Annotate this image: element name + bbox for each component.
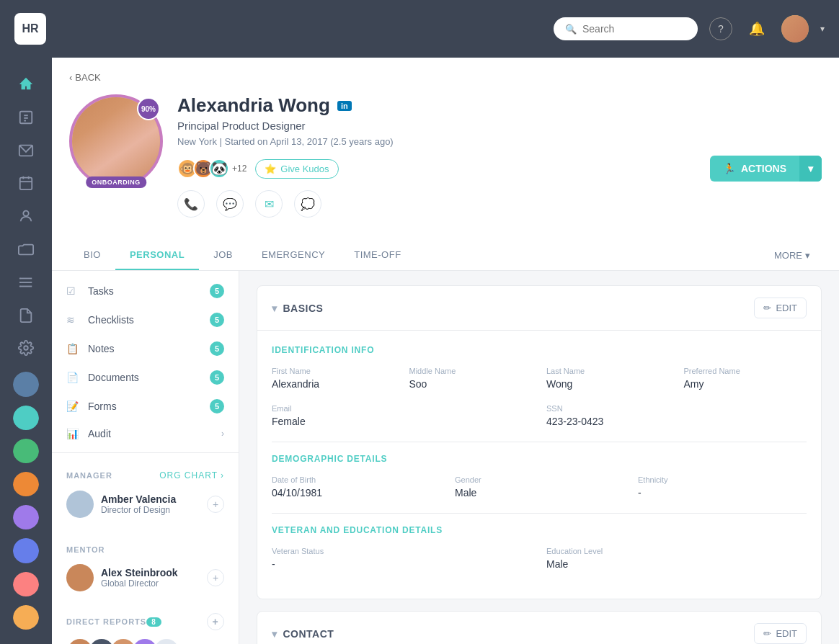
contact-section-header: ▾ CONTACT ✏ EDIT xyxy=(257,612,821,644)
tab-time-off[interactable]: TIME-OFF xyxy=(339,241,415,270)
email-icon[interactable]: ✉ xyxy=(255,190,283,218)
actions-run-icon: 🏃 xyxy=(723,163,735,174)
sidebar-item-tasks[interactable]: ☑ Tasks 5 xyxy=(52,277,239,305)
section-divider-2 xyxy=(272,513,807,514)
manager-avatar xyxy=(66,491,94,518)
education-label: Education Level xyxy=(546,547,807,555)
sidebar-item-notes[interactable]: 📋 Notes 5 xyxy=(52,334,239,363)
forms-label: Forms xyxy=(88,401,210,412)
actions-chevron-icon[interactable]: ▾ xyxy=(799,156,822,182)
nav-icon-profile[interactable] xyxy=(10,201,42,231)
contact-edit-pencil-icon: ✏ xyxy=(763,628,771,639)
kudos-count: +12 xyxy=(232,164,247,174)
profile-location: New York xyxy=(177,136,217,147)
basics-section: ▾ BASICS ✏ EDIT IDENTIFICATION INFO xyxy=(257,285,822,599)
chevron-collapse-icon[interactable]: ▾ xyxy=(272,303,278,314)
dob-value: 04/10/1981 xyxy=(272,487,440,498)
nav-avatar-3[interactable] xyxy=(13,439,39,463)
nav-avatar-7[interactable] xyxy=(13,572,39,596)
profile-meta: New York | Started on April 13, 2017 (2.… xyxy=(177,136,822,147)
manager-role: Director of Design xyxy=(101,505,176,515)
profile-start-date: Started on April 13, 2017 (2.5 years ago… xyxy=(225,136,394,147)
sidebar-item-audit[interactable]: 📊 Audit › xyxy=(52,421,239,447)
tasks-count: 5 xyxy=(210,284,224,298)
tab-job[interactable]: JOB xyxy=(199,241,247,270)
progress-badge: 90% xyxy=(137,97,160,120)
contact-title-text: CONTACT xyxy=(283,628,334,640)
phone-icon[interactable]: 📞 xyxy=(177,190,205,218)
linkedin-icon[interactable]: in xyxy=(337,101,352,111)
first-name-label: First Name xyxy=(272,367,395,375)
contact-chevron-icon[interactable]: ▾ xyxy=(272,628,278,640)
mentor-role: Global Director xyxy=(101,578,178,589)
notes-label: Notes xyxy=(88,343,210,354)
nav-icon-document[interactable] xyxy=(10,300,42,331)
preferred-name-field: Preferred Name Amy xyxy=(684,367,807,390)
nav-avatar-6[interactable] xyxy=(13,538,39,563)
sidebar-item-documents[interactable]: 📄 Documents 5 xyxy=(52,363,239,392)
nav-avatar-8[interactable] xyxy=(13,605,39,630)
profile-title: Principal Product Designer xyxy=(177,120,822,132)
nav-icon-tasks[interactable] xyxy=(10,102,42,133)
topbar: HR 🔍 ? 🔔 ▾ xyxy=(0,0,839,58)
tab-more[interactable]: MORE ▾ xyxy=(763,241,822,269)
user-avatar-top[interactable] xyxy=(781,15,809,43)
contact-title: ▾ CONTACT xyxy=(272,628,334,640)
actions-btn-main[interactable]: 🏃 ACTIONS xyxy=(710,156,799,182)
mentor-info: Alex Steinbrook Global Director xyxy=(101,567,178,589)
nav-icon-home[interactable] xyxy=(10,69,42,99)
kudos-avatars: 🐵 🐻 🐼 +12 xyxy=(177,158,247,179)
give-kudos-button[interactable]: ⭐ Give Kudos xyxy=(255,159,338,179)
nav-avatar-1[interactable] xyxy=(13,372,39,396)
nav-icon-folder[interactable] xyxy=(10,234,42,264)
veteran-title: VETERAN AND EDUCATION DETAILS xyxy=(272,525,807,535)
nav-avatar-4[interactable] xyxy=(13,472,39,496)
demographic-title: DEMOGRAPHIC DETAILS xyxy=(272,454,807,464)
mentor-section-label: MENTOR xyxy=(66,545,224,554)
contact-edit-button[interactable]: ✏ EDIT xyxy=(754,623,807,644)
user-avatar-img xyxy=(781,15,809,43)
nav-icon-settings[interactable] xyxy=(10,334,42,364)
gender-value: Male xyxy=(455,487,623,498)
checklists-icon: ≋ xyxy=(66,314,81,326)
org-chart-link[interactable]: Org Chart › xyxy=(159,470,224,480)
manager-section: MANAGER Org Chart › Amber Valencia Direc… xyxy=(52,459,239,534)
nav-icon-calendar[interactable] xyxy=(10,168,42,198)
gender-field: Gender Male xyxy=(455,475,623,498)
tab-bio[interactable]: BIO xyxy=(69,241,115,270)
sidebar-item-checklists[interactable]: ≋ Checklists 5 xyxy=(52,305,239,334)
main-panel: ▾ BASICS ✏ EDIT IDENTIFICATION INFO xyxy=(239,271,839,644)
demographic-fields: Date of Birth 04/10/1981 Gender Male Eth… xyxy=(272,475,807,498)
email-field: Email Female xyxy=(272,404,532,427)
contact-section: ▾ CONTACT ✏ EDIT xyxy=(257,611,822,644)
search-input[interactable] xyxy=(582,23,686,35)
nav-avatar-5[interactable] xyxy=(13,505,39,529)
notes-icon: 📋 xyxy=(66,343,81,354)
notifications-icon[interactable]: 🔔 xyxy=(744,16,770,42)
manager-add-button[interactable]: + xyxy=(207,496,224,513)
nav-avatar-2[interactable] xyxy=(13,406,39,430)
nav-icon-list[interactable] xyxy=(10,267,42,298)
message-icon[interactable]: 💭 xyxy=(294,190,321,218)
nav-icon-inbox[interactable] xyxy=(10,135,42,166)
manager-label: MANAGER xyxy=(66,471,112,480)
sidebar-item-forms[interactable]: 📝 Forms 5 xyxy=(52,392,239,421)
actions-button[interactable]: 🏃 ACTIONS ▾ xyxy=(710,156,822,182)
section-divider-1 xyxy=(272,442,807,442)
help-icon[interactable]: ? xyxy=(709,17,732,40)
svg-point-14 xyxy=(19,282,21,283)
back-link[interactable]: ‹ BACK xyxy=(69,72,822,83)
sidebar-divider-1 xyxy=(52,452,239,453)
account-chevron-icon[interactable]: ▾ xyxy=(820,24,825,34)
chat-icon[interactable]: 💬 xyxy=(216,190,244,218)
mentor-add-button[interactable]: + xyxy=(207,569,224,586)
direct-reports-add-button[interactable]: + xyxy=(207,613,224,630)
basics-edit-button[interactable]: ✏ EDIT xyxy=(754,298,807,318)
documents-icon: 📄 xyxy=(66,372,81,383)
forms-icon: 📝 xyxy=(66,401,81,412)
back-arrow-icon: ‹ xyxy=(69,72,72,83)
tab-personal[interactable]: PERSONAL xyxy=(115,241,199,270)
tab-emergency[interactable]: EMERGENCY xyxy=(247,241,339,270)
hr-logo[interactable]: HR xyxy=(14,13,46,45)
checklists-label: Checklists xyxy=(88,314,210,326)
